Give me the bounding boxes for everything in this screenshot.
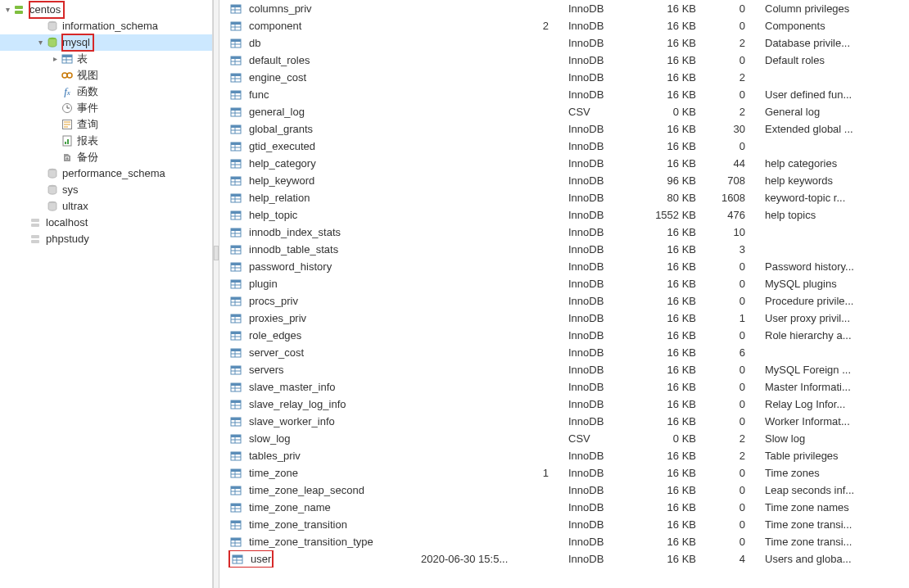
tree-node[interactable]: ▾mysql — [0, 34, 212, 51]
table-row[interactable]: procs_privInnoDB16 KB0Procedure privile.… — [219, 292, 909, 310]
tree-node[interactable]: 视图 — [0, 67, 212, 84]
table-name-cell[interactable]: server_cost — [219, 344, 416, 361]
table-row[interactable]: engine_costInnoDB16 KB2 — [219, 69, 909, 86]
table-name-cell[interactable]: help_relation — [219, 189, 416, 206]
table-row[interactable]: serversInnoDB16 KB0MySQL Foreign ... — [219, 361, 909, 378]
table-row[interactable]: help_relationInnoDB80 KB1608keyword-topi… — [219, 189, 909, 206]
tree-node[interactable]: 报表 — [0, 133, 212, 149]
table-name-cell[interactable]: role_edges — [219, 327, 416, 344]
table-size: 16 KB — [629, 155, 711, 172]
table-name-cell[interactable]: tables_priv — [219, 447, 416, 464]
table-row[interactable]: dbInnoDB16 KB2Database privile... — [219, 34, 909, 52]
tree-node[interactable]: 备份 — [0, 149, 212, 165]
table-name-cell[interactable]: db — [219, 34, 416, 52]
table-list[interactable]: columns_privInnoDB16 KB0Column privilege… — [219, 0, 909, 568]
tree-node[interactable]: information_schema — [0, 18, 212, 34]
table-name-cell[interactable]: proxies_priv — [219, 310, 416, 327]
tree-node[interactable]: 查询 — [0, 116, 212, 133]
table-row[interactable]: slave_relay_log_infoInnoDB16 KB0Relay Lo… — [219, 396, 909, 413]
collapse-icon[interactable]: ▾ — [34, 34, 46, 51]
table-icon — [229, 329, 242, 342]
table-name: proxies_priv — [249, 310, 306, 327]
table-row[interactable]: default_rolesInnoDB16 KB0Default roles — [219, 52, 909, 69]
table-row[interactable]: innodb_table_statsInnoDB16 KB3 — [219, 241, 909, 258]
table-name-cell[interactable]: time_zone_name — [219, 499, 416, 516]
connection-tree[interactable]: ▾ centos information_schema▾mysql▸表视图fx函… — [0, 0, 213, 588]
tree-label: mysql — [62, 34, 93, 51]
table-name-cell[interactable]: password_history — [219, 258, 416, 275]
table-name-cell[interactable]: help_keyword — [219, 172, 416, 189]
table-row[interactable]: slave_master_infoInnoDB16 KB0Master Info… — [219, 378, 909, 396]
svg-rect-133 — [231, 452, 241, 455]
table-name-cell[interactable]: slave_worker_info — [219, 413, 416, 430]
tree-node[interactable]: localhost — [0, 215, 212, 231]
table-name-cell[interactable]: time_zone_transition — [219, 516, 416, 533]
table-name-cell[interactable]: slave_master_info — [219, 378, 416, 396]
table-row[interactable]: time_zone_transitionInnoDB16 KB0Time zon… — [219, 516, 909, 533]
table-name-cell[interactable]: innodb_index_stats — [219, 224, 416, 241]
table-row[interactable]: server_costInnoDB16 KB6 — [219, 344, 909, 361]
table-row[interactable]: columns_privInnoDB16 KB0Column privilege… — [219, 0, 909, 17]
table-name-cell[interactable]: time_zone — [219, 464, 416, 482]
table-name-cell[interactable]: engine_cost — [219, 69, 416, 86]
table-name-cell[interactable]: global_grants — [219, 120, 416, 138]
table-row[interactable]: help_topicInnoDB1552 KB476help topics — [219, 206, 909, 224]
table-name-cell[interactable]: default_roles — [219, 52, 416, 69]
tree-node[interactable]: phpstudy — [0, 231, 212, 247]
table-name-cell[interactable]: help_topic — [219, 206, 416, 224]
table-row[interactable]: global_grantsInnoDB16 KB30Extended globa… — [219, 120, 909, 138]
expand-icon[interactable]: ▸ — [49, 51, 61, 67]
table-row[interactable]: time_zone_transition_typeInnoDB16 KB0Tim… — [219, 533, 909, 550]
table-name-cell[interactable]: time_zone_leap_second — [219, 482, 416, 499]
tree-node[interactable]: sys — [0, 182, 212, 198]
tree-node[interactable]: performance_schema — [0, 165, 212, 182]
table-row[interactable]: funcInnoDB16 KB0User defined fun... — [219, 86, 909, 103]
table-row[interactable]: help_categoryInnoDB16 KB44help categorie… — [219, 155, 909, 172]
table-row[interactable]: gtid_executedInnoDB16 KB0 — [219, 138, 909, 155]
table-name: help_relation — [249, 189, 310, 206]
tree-label: 表 — [77, 51, 91, 67]
table-name-cell[interactable]: slave_relay_log_info — [219, 396, 416, 413]
table-row[interactable]: help_keywordInnoDB96 KB708help keywords — [219, 172, 909, 189]
table-name-cell[interactable]: general_log — [219, 103, 416, 120]
splitter[interactable] — [213, 0, 219, 588]
table-comment: General log — [760, 103, 909, 120]
tree-node-connection[interactable]: ▾ centos — [0, 2, 212, 18]
table-row[interactable]: general_logCSV0 KB2General log — [219, 103, 909, 120]
table-name-cell[interactable]: gtid_executed — [219, 138, 416, 155]
table-name-cell[interactable]: servers — [219, 361, 416, 378]
table-row[interactable]: role_edgesInnoDB16 KB0Role hierarchy a..… — [219, 327, 909, 344]
tree-node[interactable]: ultrax — [0, 198, 212, 215]
table-name-cell[interactable]: slow_log — [219, 430, 416, 447]
table-row[interactable]: component2InnoDB16 KB0Components — [219, 17, 909, 34]
db-icon — [46, 167, 59, 180]
table-name-cell[interactable]: procs_priv — [219, 292, 416, 310]
table-engine: InnoDB — [563, 86, 629, 103]
table-row[interactable]: time_zone1InnoDB16 KB0Time zones — [219, 464, 909, 482]
table-row[interactable]: slave_worker_infoInnoDB16 KB0Worker Info… — [219, 413, 909, 430]
table-name-cell[interactable]: plugin — [219, 275, 416, 292]
table-row[interactable]: proxies_privInnoDB16 KB1User proxy privi… — [219, 310, 909, 327]
table-icon — [229, 243, 242, 256]
table-name-cell[interactable]: help_category — [219, 155, 416, 172]
tree-node[interactable]: ▸表 — [0, 51, 212, 67]
table-name-cell[interactable]: innodb_table_stats — [219, 241, 416, 258]
table-name-cell[interactable]: columns_priv — [219, 0, 416, 17]
table-row[interactable]: time_zone_nameInnoDB16 KB0Time zone name… — [219, 499, 909, 516]
table-name-cell[interactable]: component — [219, 17, 416, 34]
table-name-cell[interactable]: time_zone_transition_type — [219, 533, 416, 550]
tree-label: sys — [62, 182, 82, 198]
table-row[interactable]: password_historyInnoDB16 KB0Password his… — [219, 258, 909, 275]
table-name-cell[interactable]: func — [219, 86, 416, 103]
table-row[interactable]: innodb_index_statsInnoDB16 KB10 — [219, 224, 909, 241]
table-row[interactable]: slow_logCSV0 KB2Slow log — [219, 430, 909, 447]
table-row[interactable]: pluginInnoDB16 KB0MySQL plugins — [219, 275, 909, 292]
table-row[interactable]: user2020-06-30 15:5...InnoDB16 KB4Users … — [219, 550, 909, 568]
table-name-cell[interactable]: user — [219, 550, 416, 568]
expand-icon[interactable]: ▾ — [2, 2, 13, 18]
tree-node[interactable]: fx函数 — [0, 84, 212, 100]
tree-node[interactable]: 事件 — [0, 100, 212, 116]
svg-rect-69 — [231, 177, 241, 179]
table-row[interactable]: time_zone_leap_secondInnoDB16 KB0Leap se… — [219, 482, 909, 499]
table-row[interactable]: tables_privInnoDB16 KB2Table privileges — [219, 447, 909, 464]
